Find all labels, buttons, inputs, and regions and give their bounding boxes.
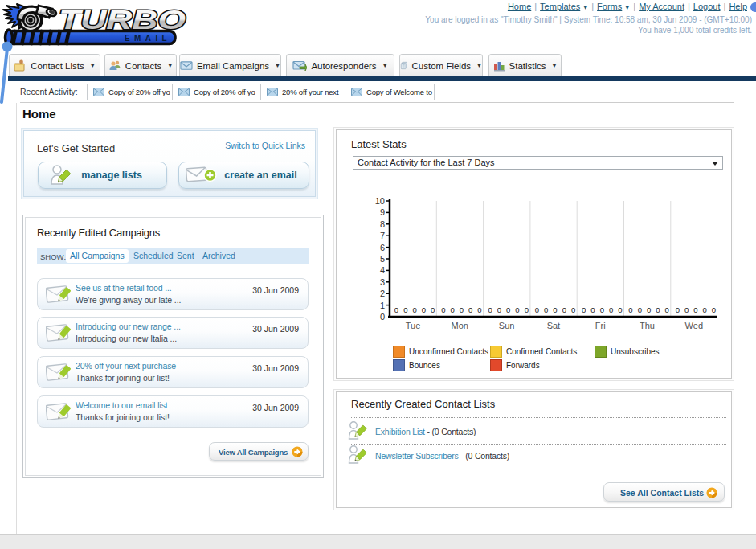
svg-text:8: 8 <box>380 219 385 229</box>
svg-text:Sun: Sun <box>499 321 515 330</box>
svg-text:0: 0 <box>544 305 548 314</box>
svg-text:0: 0 <box>582 305 586 314</box>
svg-text:Mon: Mon <box>452 321 468 330</box>
svg-text:1: 1 <box>380 301 385 310</box>
svg-text:0: 0 <box>553 305 557 314</box>
svg-text:0: 0 <box>450 305 454 314</box>
svg-text:EMAIL: EMAIL <box>125 34 171 43</box>
svg-text:2: 2 <box>380 289 385 298</box>
svg-text:0: 0 <box>403 305 407 314</box>
svg-text:3: 3 <box>380 277 385 287</box>
svg-text:0: 0 <box>441 305 445 314</box>
svg-text:Thu: Thu <box>640 321 655 330</box>
svg-text:0: 0 <box>676 305 680 314</box>
svg-text:Tue: Tue <box>406 321 421 330</box>
svg-text:5: 5 <box>380 254 385 264</box>
svg-text:0: 0 <box>506 305 510 314</box>
svg-text:0: 0 <box>684 305 689 314</box>
svg-text:0: 0 <box>431 305 435 314</box>
svg-text:0: 0 <box>412 305 416 314</box>
svg-text:0: 0 <box>477 305 481 314</box>
svg-text:TURBO: TURBO <box>59 5 186 35</box>
svg-text:0: 0 <box>647 305 651 314</box>
svg-text:9: 9 <box>380 207 385 217</box>
svg-text:0: 0 <box>609 305 613 314</box>
svg-text:0: 0 <box>515 305 519 314</box>
svg-text:0: 0 <box>656 305 660 314</box>
svg-text:0: 0 <box>600 305 604 314</box>
svg-text:0: 0 <box>525 305 529 314</box>
svg-text:0: 0 <box>380 312 385 322</box>
svg-text:10: 10 <box>375 196 385 206</box>
svg-text:0: 0 <box>460 305 464 314</box>
svg-text:0: 0 <box>712 305 716 314</box>
svg-text:0: 0 <box>468 305 472 314</box>
svg-text:0: 0 <box>703 305 707 314</box>
svg-text:6: 6 <box>380 243 385 252</box>
svg-text:7: 7 <box>380 231 385 240</box>
svg-text:0: 0 <box>422 305 426 314</box>
svg-text:4: 4 <box>380 265 385 275</box>
svg-text:0: 0 <box>618 305 622 314</box>
svg-text:0: 0 <box>665 305 669 314</box>
svg-text:0: 0 <box>693 305 697 314</box>
svg-text:0: 0 <box>571 305 575 314</box>
svg-text:0: 0 <box>638 305 642 314</box>
svg-text:0: 0 <box>488 305 492 314</box>
svg-text:Fri: Fri <box>595 321 606 330</box>
svg-text:Wed: Wed <box>685 321 703 330</box>
svg-text:Sat: Sat <box>547 321 561 330</box>
svg-text:0: 0 <box>497 305 501 314</box>
svg-text:0: 0 <box>562 305 566 314</box>
svg-text:0: 0 <box>628 305 632 314</box>
svg-text:0: 0 <box>394 305 398 314</box>
svg-text:0: 0 <box>535 305 539 314</box>
svg-text:0: 0 <box>590 305 595 314</box>
